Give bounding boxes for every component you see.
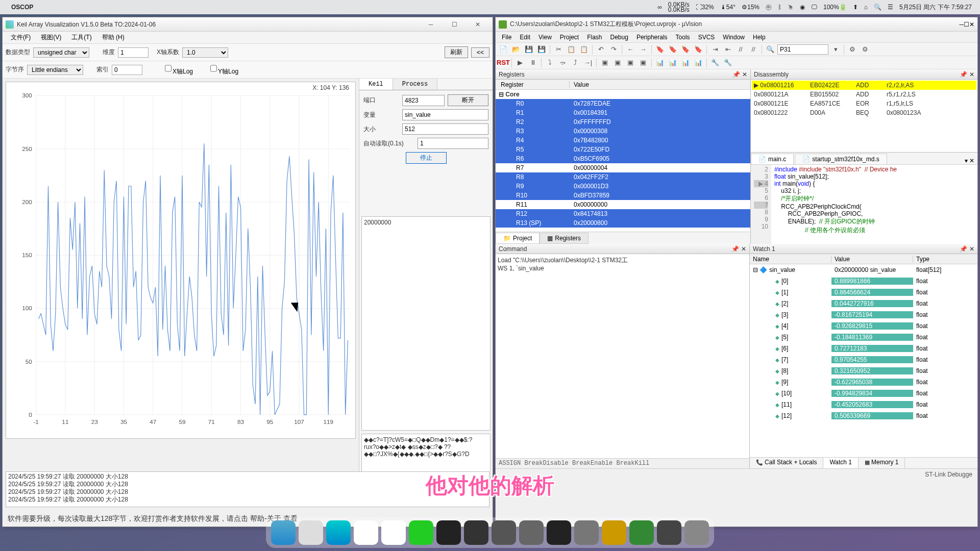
tab-watch1[interactable]: Watch 1 — [823, 458, 859, 468]
new-icon[interactable]: 📄 — [498, 44, 509, 55]
xcoef-select[interactable]: 1.0 — [182, 47, 228, 58]
win1-icon[interactable]: ▣ — [599, 57, 610, 68]
menu-help[interactable]: 帮助 (H) — [97, 32, 130, 43]
register-row[interactable]: R00x7287EDAE — [496, 99, 750, 108]
dock-app6-icon[interactable] — [657, 520, 681, 545]
disconnect-button[interactable]: 断开 — [448, 94, 488, 106]
mac-app-name[interactable]: OSCOP — [11, 4, 33, 11]
ylog-checkbox[interactable] — [210, 63, 217, 73]
menu-peripherals-r[interactable]: Peripherals — [632, 33, 672, 42]
comment-icon[interactable]: // — [735, 44, 746, 55]
menu-tools[interactable]: 工具(T) — [66, 32, 96, 43]
endian-select[interactable]: Little endians — [27, 65, 83, 75]
register-row[interactable]: R80x042FF2F2 — [496, 172, 750, 182]
menu-view-r[interactable]: View — [534, 33, 556, 42]
watch-row[interactable]: ◆ [11]-0.452052683float — [750, 399, 977, 410]
watch-row[interactable]: ◆ [1]0.864566624float — [750, 287, 977, 298]
reset-icon[interactable]: RST — [498, 57, 509, 68]
reg-core-label[interactable]: ⊟ Core — [496, 90, 750, 99]
save-icon[interactable]: 💾 — [523, 44, 534, 55]
analyzer4-icon[interactable]: 📊 — [693, 57, 704, 68]
saveall-icon[interactable]: 💾 — [536, 44, 547, 55]
register-row[interactable]: R40x7B482800 — [496, 136, 750, 145]
util-icon-1[interactable]: ⬆ — [853, 4, 858, 11]
register-row[interactable]: R10x00184391 — [496, 108, 750, 117]
dock-app3-icon[interactable] — [519, 520, 544, 545]
disasm-line[interactable]: 0x08001222D00ABEQ0x0800123A — [752, 108, 976, 117]
register-row[interactable]: R30x00000308 — [496, 127, 750, 136]
macos-dock[interactable] — [266, 517, 714, 548]
disasm-line[interactable]: 0x0800121AEB015502ADDr5,r1,r2,LS — [752, 90, 976, 99]
menu-flash-r[interactable]: Flash — [583, 33, 606, 42]
dock-terminal-icon[interactable] — [547, 520, 571, 545]
tab-main-c[interactable]: 📄 main.c — [751, 154, 794, 164]
register-row[interactable]: R100xBFD37859 — [496, 191, 750, 200]
monitor-icon[interactable]: 🖵 — [811, 4, 817, 11]
watch-row[interactable]: ◆ [8]0.321650952float — [750, 365, 977, 377]
tab-keil[interactable]: Keil — [359, 79, 393, 90]
r-minimize-button[interactable]: ─ — [959, 21, 964, 28]
tab-process[interactable]: Process — [393, 79, 437, 90]
collapse-button[interactable]: << — [471, 47, 489, 58]
register-row[interactable]: R70x00000004 — [496, 163, 750, 172]
dock-launchpad-icon[interactable] — [299, 520, 323, 545]
bookmark-prev-icon[interactable]: 🔖 — [680, 44, 691, 55]
wifi-icon[interactable]: ◉ — [800, 4, 805, 11]
watch-col-name[interactable]: Name — [750, 256, 831, 263]
tools1-icon[interactable]: 🔧 — [709, 57, 721, 68]
tab-startup[interactable]: 📄 startup_stm32f10x_md.s — [795, 154, 887, 164]
dock-qq-icon[interactable] — [381, 520, 406, 545]
register-row[interactable]: R90x000001D3 — [496, 182, 750, 191]
register-row[interactable]: R120x84174813 — [496, 209, 750, 218]
tab-project[interactable]: 📁 Project — [496, 233, 540, 244]
stop-icon[interactable]: ⏸ — [527, 57, 538, 68]
watch-row[interactable]: ◆ [9]-0.622965038float — [750, 377, 977, 388]
search-icon[interactable]: 🔍 — [874, 4, 881, 11]
indent-icon[interactable]: ⇥ — [709, 44, 721, 55]
config2-icon[interactable]: ⚙ — [860, 44, 871, 55]
step-in-icon[interactable]: ⤵ — [544, 57, 555, 68]
dock-app1-icon[interactable] — [436, 520, 461, 545]
disasm-line[interactable]: ▶ 0x08001216EB02422EADDr2,r2,lr,AS — [752, 81, 976, 90]
config-icon[interactable]: ⚙ — [847, 44, 858, 55]
menu-svcs-r[interactable]: SVCS — [694, 33, 719, 42]
menu-edit-r[interactable]: Edit — [516, 33, 534, 42]
register-row[interactable]: R60xB5CF6905 — [496, 154, 750, 163]
chart-area[interactable]: X: 104 Y: 136 050100150200250300-1112335… — [6, 82, 356, 439]
step-over-icon[interactable]: ⤼ — [557, 57, 568, 68]
reg-col-value[interactable]: Value — [570, 81, 750, 88]
register-row[interactable]: R110x00000000 — [496, 200, 750, 209]
tab-memory1[interactable]: ▦ Memory 1 — [859, 458, 905, 468]
bluetooth-icon[interactable]: ᛒ — [778, 4, 781, 11]
uncomment-icon[interactable]: // — [748, 44, 759, 55]
watch-row[interactable]: ◆ [6]0.72712183float — [750, 343, 977, 354]
dock-wechat-icon[interactable] — [409, 520, 433, 545]
nav-fwd-icon[interactable]: → — [638, 44, 649, 55]
watch-row[interactable]: ◆ [2]0.0442727916float — [750, 298, 977, 309]
pin-icon-2[interactable]: 📌 — [960, 71, 967, 78]
find-icon[interactable]: 🔍 — [765, 44, 776, 55]
size-input[interactable] — [402, 123, 488, 135]
r-close-button[interactable]: ✕ — [969, 21, 974, 28]
dock-obs-icon[interactable] — [464, 520, 488, 545]
maximize-button[interactable]: ☐ — [443, 18, 466, 31]
watch-row[interactable]: ◆ [0]0.889981866float — [750, 276, 977, 287]
step-out-icon[interactable]: ⤴ — [570, 57, 581, 68]
outdent-icon[interactable]: ⇤ — [722, 44, 733, 55]
control-center-icon[interactable]: ☰ — [888, 4, 893, 11]
cut-icon[interactable]: ✂ — [553, 44, 564, 55]
r-maximize-button[interactable]: ☐ — [964, 21, 969, 28]
auto-input[interactable] — [418, 138, 488, 149]
win3-icon[interactable]: ▣ — [625, 57, 636, 68]
command-body[interactable]: Load "C:\\Users\\zuolan\\Desktop\\2-1 ST… — [496, 254, 749, 458]
dock-app7-icon[interactable] — [684, 520, 709, 545]
jump-input[interactable] — [777, 44, 828, 55]
var-input[interactable] — [402, 109, 488, 120]
open-icon[interactable]: 📂 — [510, 44, 522, 55]
minimize-button[interactable]: ─ — [419, 18, 443, 31]
pin-icon-4[interactable]: 📌 — [960, 245, 967, 253]
menu-view[interactable]: 视图(V) — [36, 32, 66, 43]
undo-icon[interactable]: ↶ — [595, 44, 606, 55]
menu-file[interactable]: 文件(F) — [6, 32, 36, 43]
copy-icon[interactable]: 📋 — [566, 44, 577, 55]
